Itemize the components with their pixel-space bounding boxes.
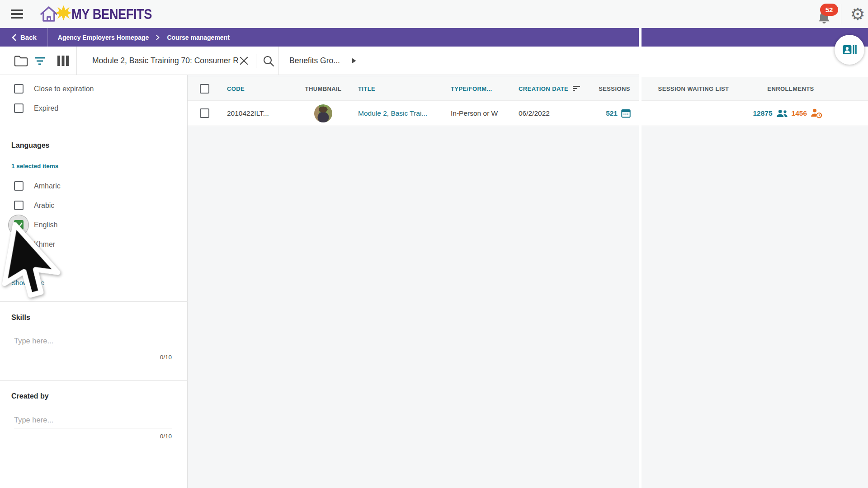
column-header-enrollments: ENROLLMENTS	[745, 85, 836, 92]
language-label: Arabic	[34, 202, 54, 210]
contacts-fab-button[interactable]	[835, 35, 864, 65]
expired-checkbox[interactable]	[14, 103, 24, 113]
column-header-type[interactable]: TYPE/FORM...	[450, 85, 518, 92]
filters-sidebar: Close to expiration Expired Languages 1 …	[0, 75, 188, 488]
created-by-counter: 0/10	[14, 433, 172, 440]
pinned-columns-area: SESSION WAITING LIST ENROLLMENTS 12875 1…	[642, 47, 868, 488]
language-english[interactable]: English	[14, 220, 57, 230]
sessions-count-link[interactable]: 521	[606, 109, 618, 117]
pinned-course-row: 12875 1456	[642, 100, 868, 126]
close-icon	[239, 56, 249, 66]
settings-gear-icon[interactable]: ⚙	[848, 4, 867, 24]
search-icon	[262, 55, 275, 67]
starburst-icon	[55, 5, 72, 21]
skills-counter: 0/10	[14, 354, 172, 361]
sidebar-divider	[0, 380, 188, 381]
caret-right-icon	[352, 58, 356, 64]
course-creation-date: 06/2/2022	[518, 109, 590, 117]
breadcrumb-bar: Back Agency Employers Homepage Course ma…	[0, 28, 639, 47]
language-label: Khmer	[34, 240, 55, 249]
breadcrumb-course-management[interactable]: Course management	[167, 34, 229, 41]
notification-badge: 52	[820, 4, 838, 16]
row-checkbox[interactable]	[200, 108, 209, 118]
enrollments-total-link[interactable]: 12875	[753, 109, 772, 117]
close-to-expiration-checkbox[interactable]	[14, 84, 24, 94]
filter-expired[interactable]: Expired	[14, 103, 58, 113]
column-header-sessions: SESSIONS	[590, 85, 639, 92]
breadcrumb-divider	[47, 28, 48, 47]
course-type: In-Person or W	[450, 109, 518, 117]
course-code: 2010422ILT...	[222, 109, 294, 117]
filter-button[interactable]	[33, 56, 46, 66]
column-header-session-waiting-list: SESSION WAITING LIST	[642, 85, 745, 92]
clear-search-button[interactable]	[239, 56, 249, 66]
menu-icon[interactable]	[11, 9, 23, 19]
languages-selected-summary[interactable]: 1 selected items	[11, 163, 58, 169]
folder-icon	[14, 54, 28, 67]
pinned-header-row: SESSION WAITING LIST ENROLLMENTS	[642, 77, 868, 100]
sidebar-divider	[0, 301, 188, 302]
language-item-hidden[interactable]	[14, 259, 34, 268]
breadcrumb: Agency Employers Homepage Course managem…	[58, 34, 230, 41]
languages-heading: Languages	[11, 141, 49, 150]
calendar-icon[interactable]	[621, 108, 631, 118]
filter-label: Expired	[34, 104, 58, 113]
created-by-input[interactable]	[14, 412, 172, 428]
language-label: English	[34, 221, 57, 229]
column-header-title[interactable]: TITLE	[353, 85, 450, 92]
enrollments-waiting-link[interactable]: 1456	[792, 109, 807, 117]
sidebar-divider	[0, 129, 188, 129]
topbar-divider	[841, 4, 841, 24]
column-header-thumbnail: THUMBNAIL	[294, 85, 353, 92]
language-khmer[interactable]: Khmer	[14, 239, 55, 249]
contact-card-icon	[843, 44, 857, 56]
breadcrumb-separator-icon	[156, 35, 160, 40]
group-selector-dropdown[interactable]: Benefits Gro...	[289, 47, 356, 75]
check-icon	[15, 222, 23, 229]
toolbar-divider-3	[278, 47, 279, 75]
language-label: Amharic	[34, 182, 61, 190]
columns-view-button[interactable]	[57, 55, 69, 67]
language-amharic[interactable]: Amharic	[14, 181, 61, 191]
language-checkbox[interactable]	[14, 259, 24, 268]
group-selector-label: Benefits Gro...	[289, 56, 340, 66]
toolbar-divider-1	[76, 47, 77, 75]
search-input[interactable]	[92, 53, 238, 68]
enrollments-cell: 12875 1456	[745, 108, 836, 118]
back-chevron-icon	[12, 34, 16, 41]
skills-input[interactable]	[14, 333, 172, 349]
course-title-link[interactable]: Module 2, Basic Trai...	[353, 109, 450, 117]
khmer-checkbox[interactable]	[14, 239, 24, 249]
back-button[interactable]: Back	[0, 33, 37, 41]
sort-icon	[572, 85, 581, 92]
search-button[interactable]	[262, 55, 275, 67]
enrolled-users-icon[interactable]	[776, 109, 788, 118]
filter-close-to-expiration[interactable]: Close to expiration	[14, 84, 94, 94]
folder-button[interactable]	[14, 54, 28, 67]
column-header-creation-date[interactable]: CREATION DATE	[518, 85, 590, 92]
column-header-code[interactable]: CODE	[222, 85, 294, 92]
created-by-heading: Created by	[11, 392, 49, 400]
top-bar: MY BENEFITS 52 ⚙	[0, 0, 868, 28]
filter-icon	[33, 56, 46, 66]
breadcrumb-agency-homepage[interactable]: Agency Employers Homepage	[58, 34, 149, 41]
arabic-checkbox[interactable]	[14, 201, 24, 210]
pending-user-icon[interactable]	[810, 108, 822, 118]
table-header-row: CODE THUMBNAIL TITLE TYPE/FORM... CREATI…	[188, 77, 639, 100]
show-more-link[interactable]: Show more	[11, 279, 44, 286]
toolbar-divider-2	[256, 54, 256, 68]
app-title: MY BENEFITS	[71, 6, 163, 23]
pinned-columns-top	[642, 47, 868, 77]
filter-label: Close to expiration	[34, 85, 94, 93]
english-checkbox[interactable]	[14, 220, 24, 230]
language-arabic[interactable]: Arabic	[14, 201, 54, 210]
course-table-area: CODE THUMBNAIL TITLE TYPE/FORM... CREATI…	[188, 75, 639, 488]
course-thumbnail[interactable]	[314, 104, 332, 122]
toolbar: Benefits Gro...	[0, 47, 639, 75]
breadcrumb-bar-right-segment	[642, 28, 868, 47]
course-row: 2010422ILT... Module 2, Basic Trai... In…	[188, 100, 639, 126]
amharic-checkbox[interactable]	[14, 181, 24, 191]
select-all-checkbox[interactable]	[200, 84, 209, 94]
notifications-button[interactable]: 52	[814, 4, 840, 26]
columns-icon	[57, 55, 69, 67]
